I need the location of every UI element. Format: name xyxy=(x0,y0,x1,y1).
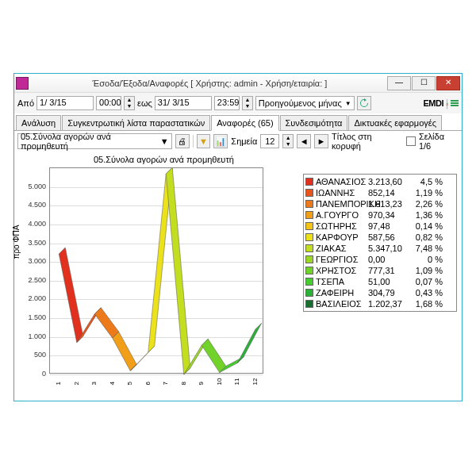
page-indicator: Σελίδα 1/6 xyxy=(419,132,459,151)
legend-percent: 1,68 % xyxy=(406,299,443,309)
print-button[interactable]: 🖨 xyxy=(175,134,190,148)
to-time-stepper[interactable]: ▲▼ xyxy=(242,96,253,110)
legend-row: ΤΣΕΠΑ 51,00 0,07 % xyxy=(305,276,455,287)
chart-button[interactable]: 📊 xyxy=(213,134,228,148)
legend-value: 51,00 xyxy=(368,277,406,286)
triangle-right-icon: ► xyxy=(317,136,326,146)
legend-swatch xyxy=(305,200,313,208)
prev-button[interactable]: ◄ xyxy=(297,134,311,148)
from-time-input[interactable]: 00:00 xyxy=(96,96,121,110)
legend-row: ΖΑΦΕΙΡΗ 304,79 0,43 % xyxy=(305,287,455,298)
legend-swatch xyxy=(305,211,313,219)
x-tick: 5 xyxy=(126,382,133,385)
from-time-stepper[interactable]: ▲▼ xyxy=(124,96,135,110)
y-tick: 2.000 xyxy=(28,294,46,302)
svg-marker-3 xyxy=(113,332,137,370)
y-tick: 500 xyxy=(34,351,46,359)
tab-reports[interactable]: Αναφορές (65) xyxy=(211,115,278,131)
refresh-button[interactable] xyxy=(357,96,371,110)
legend-percent: 4,5 % xyxy=(406,177,443,186)
svg-marker-10 xyxy=(237,323,262,363)
svg-marker-0 xyxy=(59,248,83,343)
x-tick: 4 xyxy=(108,382,115,385)
from-label: Από xyxy=(17,98,34,108)
legend-name: ΑΘΑΝΑΣΙΟΣ xyxy=(316,177,368,186)
titlebar: Έσοδα/Έξοδα/Αναφορές [ Χρήστης: admin - … xyxy=(14,74,462,93)
legend-name: ΧΡΗΣΤΟΣ xyxy=(316,266,368,275)
y-tick: 4.500 xyxy=(28,201,46,209)
to-label: εως xyxy=(137,98,152,108)
x-tick: 8 xyxy=(179,382,186,385)
app-icon xyxy=(16,77,29,90)
from-date-input[interactable]: 1/ 3/15 xyxy=(36,96,94,110)
x-tick: 7 xyxy=(162,382,169,385)
legend-swatch xyxy=(305,233,313,241)
tab-connectivity[interactable]: Συνδεσιμότητα xyxy=(280,115,348,130)
legend-name: ΙΩΑΝΝΗΣ xyxy=(316,188,368,198)
legend-name: ΤΣΕΠΑ xyxy=(316,277,368,286)
legend-swatch xyxy=(305,178,313,186)
next-button[interactable]: ► xyxy=(314,134,328,148)
legend-row: ΑΘΑΝΑΣΙΟΣ 3.213,60 4,5 % xyxy=(305,176,455,187)
legend-value: 587,56 xyxy=(368,232,406,242)
legend-row: ΒΑΣΙΛΕΙΟΣ 1.202,37 1,68 % xyxy=(305,298,455,309)
chart-area xyxy=(49,167,263,374)
x-axis: 123456789101112 xyxy=(49,375,263,391)
period-select[interactable]: Προηγούμενος μήνας ▼ xyxy=(255,96,355,110)
to-time-input[interactable]: 23:59 xyxy=(214,96,240,110)
legend-name: ΒΑΣΙΛΕΙΟΣ xyxy=(316,299,368,309)
app-window: Έσοδα/Έξοδα/Αναφορές [ Χρήστης: admin - … xyxy=(13,73,463,401)
x-tick: 9 xyxy=(198,382,205,385)
legend-swatch xyxy=(305,222,313,230)
points-stepper[interactable]: ▲▼ xyxy=(282,134,294,148)
legend-value: 777,31 xyxy=(368,266,406,275)
chart-content: 05.Σύνολα αγορών ανά προμηθευτή προ ΦΠΑ … xyxy=(14,152,462,401)
points-input[interactable] xyxy=(260,134,279,148)
to-date-input[interactable]: 31/ 3/15 xyxy=(155,96,212,110)
legend-row: Α.ΓΟΥΡΓΟ 970,34 1,36 % xyxy=(305,209,455,221)
refresh-icon xyxy=(359,98,369,108)
legend-row: ΣΩΤΗΡΗΣ 97,48 0,14 % xyxy=(305,221,455,232)
brand-logo: EMDI ↓↑ xyxy=(424,98,459,108)
legend-percent: 1,19 % xyxy=(406,188,443,198)
legend-row: ΠΑΝΕΜΠΟΡΙΚΗ 1.613,23 2,26 % xyxy=(305,198,455,209)
chart-title: 05.Σύνολα αγορών ανά προμηθευτή xyxy=(94,155,234,164)
legend-row: ΙΩΑΝΝΗΣ 852,14 1,19 % xyxy=(305,187,455,198)
brand-text: EMDI xyxy=(424,98,444,108)
legend-swatch xyxy=(305,267,313,274)
tab-summary-list[interactable]: Συγκεντρωτική λίστα παραστατικών xyxy=(62,115,210,130)
legend-percent: 0,82 % xyxy=(406,232,443,242)
tab-web-apps[interactable]: Δικτυακές εφαρμογές xyxy=(348,115,442,130)
x-tick: 2 xyxy=(72,382,79,385)
title-at-top-checkbox[interactable] xyxy=(406,136,416,146)
y-tick: 1.500 xyxy=(28,313,46,321)
filter-button[interactable]: ▼ xyxy=(197,134,211,148)
minimize-button[interactable]: — xyxy=(387,76,411,90)
y-axis-label: προ ΦΠΑ xyxy=(12,225,21,259)
chart-icon: 📊 xyxy=(215,136,226,147)
y-tick: 0 xyxy=(42,370,46,378)
chart-legend: ΑΘΑΝΑΣΙΟΣ 3.213,60 4,5 % ΙΩΑΝΝΗΣ 852,14 … xyxy=(303,174,457,312)
legend-value: 304,79 xyxy=(368,288,406,298)
report-select[interactable]: 05.Σύνολα αγορών ανά προμηθευτή ▼ xyxy=(17,133,172,149)
chart-line xyxy=(50,168,264,374)
legend-row: ΖΙΑΚΑΣ 5.347,10 7,48 % xyxy=(305,243,455,254)
print-icon: 🖨 xyxy=(178,136,186,146)
x-tick: 6 xyxy=(144,382,151,385)
legend-value: 970,34 xyxy=(368,210,406,220)
legend-name: ΚΑΡΦΟΥΡ xyxy=(316,232,368,242)
tab-analysis[interactable]: Ανάλυση xyxy=(16,115,61,130)
maximize-button[interactable]: ☐ xyxy=(412,76,436,90)
close-button[interactable]: ✕ xyxy=(436,76,460,90)
window-title: Έσοδα/Έξοδα/Αναφορές [ Χρήστης: admin - … xyxy=(33,79,386,88)
svg-marker-8 xyxy=(202,339,226,372)
y-tick: 1.000 xyxy=(28,332,46,340)
legend-value: 3.213,60 xyxy=(368,177,406,186)
legend-swatch xyxy=(305,289,313,297)
legend-value: 1.202,37 xyxy=(368,299,406,309)
legend-value: 0,00 xyxy=(368,255,406,264)
title-at-top-label: Τίτλος στη κορυφή xyxy=(332,132,403,151)
legend-swatch xyxy=(305,278,313,286)
y-tick: 3.500 xyxy=(28,239,46,247)
legend-swatch xyxy=(305,255,313,263)
